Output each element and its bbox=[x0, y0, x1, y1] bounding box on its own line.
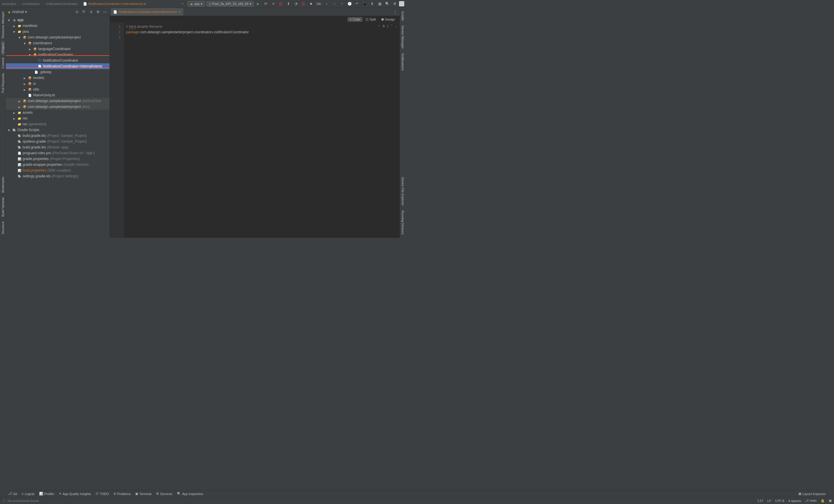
tree-assets[interactable]: ▸📁assets bbox=[6, 110, 109, 115]
git-pull-icon[interactable]: ↙ bbox=[324, 1, 330, 7]
project-tree[interactable]: ▾▣app ▸📁manifests ▾📁java ▾📦com.delasign.… bbox=[6, 16, 109, 238]
inspection-status[interactable]: ✓ ⚠ 1 ⌃ ⌄ bbox=[378, 24, 397, 28]
build-variants-tab[interactable]: Build Variants bbox=[1, 195, 5, 219]
tree-main-activity[interactable]: 📄MainActivity.kt bbox=[6, 92, 109, 98]
tree-utils[interactable]: ▸📦utils bbox=[6, 87, 109, 92]
device-manager-tab[interactable]: Device Manager bbox=[401, 23, 404, 51]
code-token: com.delasign.samplestarterproject.coordi… bbox=[139, 30, 249, 34]
code-editor[interactable]: 1 2 3 // ktlint-disable filename package… bbox=[110, 23, 400, 238]
bookmarks-tab[interactable]: Bookmarks bbox=[1, 175, 5, 195]
structure-tab[interactable]: Structure bbox=[1, 219, 5, 237]
tree-label: models bbox=[33, 76, 44, 80]
resource-manager-icon[interactable]: ▦ bbox=[376, 1, 383, 7]
package-icon: 📦 bbox=[23, 105, 27, 109]
tree-notif-class[interactable]: ⒸNotificationCoordinator bbox=[6, 58, 109, 63]
sdk-manager-icon[interactable]: ⬇ bbox=[369, 1, 375, 7]
device-file-explorer-tab[interactable]: Device File Explorer bbox=[401, 175, 404, 208]
tree-gradle-scripts[interactable]: ▾🐘Gradle Scripts bbox=[6, 127, 109, 133]
tree-label: spotless.gradle bbox=[23, 139, 46, 143]
folder-icon: 📁 bbox=[17, 116, 21, 120]
more-icon[interactable]: ⋮ bbox=[392, 9, 398, 16]
kotlin-file-icon: 📄 bbox=[83, 2, 87, 6]
line-number[interactable]: 3 bbox=[110, 35, 123, 41]
close-tab-icon[interactable]: × bbox=[179, 9, 181, 14]
apply-code-icon[interactable]: ≡ bbox=[270, 1, 277, 7]
running-devices-tab[interactable]: Running Devices bbox=[401, 208, 404, 237]
debug-button[interactable]: 🐞 bbox=[278, 1, 284, 7]
project-tab[interactable]: Project bbox=[1, 41, 5, 55]
sync-icon[interactable]: ↖ bbox=[180, 1, 186, 7]
line-number[interactable]: 2 bbox=[110, 29, 123, 35]
attach-debugger-icon[interactable]: 🐞 bbox=[300, 1, 307, 7]
breadcrumb-item[interactable]: rterproject bbox=[1, 2, 17, 5]
tree-app[interactable]: ▾▣app bbox=[6, 17, 109, 23]
tree-local-props[interactable]: 📊local.properties(SDK Location) bbox=[6, 167, 109, 173]
tree-pkg-atest[interactable]: ▸📦com.delasign.samplestarterproject(andr… bbox=[6, 98, 109, 104]
tree-res[interactable]: ▸📁res bbox=[6, 115, 109, 121]
tree-ui[interactable]: ▸📦ui bbox=[6, 81, 109, 87]
left-tool-gutter: Resource Manager Project Commit Pull Req… bbox=[0, 8, 6, 238]
tree-notif-intents[interactable]: 📄NotificationCoordinator+InternalIntents bbox=[6, 63, 109, 69]
tree-res-gen[interactable]: 📁res(generated) bbox=[6, 121, 109, 127]
tree-gitkeep[interactable]: 📄.gitkeep bbox=[6, 69, 109, 75]
settings-icon[interactable]: ⚙ bbox=[95, 9, 101, 15]
breadcrumb-item[interactable]: coordinators bbox=[22, 2, 41, 5]
device-dropdown[interactable]: ▯ Pixel_3a_API_33_x86_64 ▾ bbox=[206, 1, 254, 7]
view-split-button[interactable]: ◫Split bbox=[363, 17, 378, 22]
avd-manager-icon[interactable]: 📱 bbox=[361, 1, 368, 7]
package-icon: 📦 bbox=[23, 99, 27, 103]
select-opened-file-icon[interactable]: ⊙ bbox=[74, 9, 80, 15]
history-icon[interactable]: 🕐 bbox=[346, 1, 353, 7]
pull-requests-tab[interactable]: Pull Requests bbox=[1, 71, 5, 95]
tree-manifests[interactable]: ▸📁manifests bbox=[6, 23, 109, 29]
hide-icon[interactable]: — bbox=[102, 9, 108, 15]
git-push-icon[interactable]: ↗ bbox=[339, 1, 345, 7]
tree-build-app[interactable]: 🐘build.gradle.kts(Module :app) bbox=[6, 144, 109, 150]
chevron-right-icon: ▸ bbox=[24, 76, 27, 79]
tree-coordinators[interactable]: ▾📦coordinators bbox=[6, 40, 109, 46]
tree-models[interactable]: ▸📦models bbox=[6, 75, 109, 81]
gradle-tab[interactable]: Gradle bbox=[401, 9, 404, 23]
avatar-icon[interactable] bbox=[399, 1, 404, 6]
collapse-all-icon[interactable]: ⇲ bbox=[88, 9, 94, 15]
git-commit-icon[interactable]: ✓ bbox=[331, 1, 338, 7]
editor-tab[interactable]: 📄 NotificationCoordinator+InternalIntent… bbox=[111, 8, 183, 16]
tree-label: com.delasign.samplestarterproject bbox=[28, 105, 81, 109]
breadcrumb-file[interactable]: 📄 NotificationCoordinator+InternalIntent… bbox=[83, 2, 146, 6]
expand-all-icon[interactable]: ⇱ bbox=[81, 9, 87, 15]
tree-settings[interactable]: 🐘settings.gradle.kts(Project Settings) bbox=[6, 173, 109, 179]
settings-icon[interactable]: ⚙ bbox=[392, 1, 398, 7]
resource-manager-tab[interactable]: Resource Manager bbox=[1, 9, 5, 41]
coverage-icon[interactable]: ⬆ bbox=[285, 1, 292, 7]
run-config-dropdown[interactable]: ▲ app ▾ bbox=[188, 1, 205, 7]
apply-changes-icon[interactable]: ⟳ bbox=[263, 1, 269, 7]
view-design-button[interactable]: ▣Design bbox=[379, 17, 397, 22]
commit-tab[interactable]: Commit bbox=[1, 55, 5, 71]
stop-button[interactable]: ■ bbox=[308, 1, 314, 7]
chevron-down-icon[interactable]: ⌄ bbox=[395, 24, 397, 28]
line-number[interactable]: 1 bbox=[110, 24, 123, 29]
tree-pkg-test[interactable]: ▸📦com.delasign.samplestarterproject(test… bbox=[6, 104, 109, 110]
tree-pkg-main[interactable]: ▾📦com.delasign.samplestarterproject bbox=[6, 35, 109, 40]
tree-proguard[interactable]: 📄proguard-rules.pro(ProGuard Rules for "… bbox=[6, 150, 109, 156]
profile-icon[interactable]: ◔ bbox=[293, 1, 299, 7]
view-code-button[interactable]: ≡Code bbox=[348, 17, 363, 22]
code-text[interactable]: // ktlint-disable filename package com.d… bbox=[124, 23, 400, 238]
tree-language-coord[interactable]: ▸📦languageCoordinator bbox=[6, 46, 109, 52]
tree-gradle-props[interactable]: 📊gradle.properties(Project Properties) bbox=[6, 156, 109, 162]
breadcrumb-item[interactable]: notificationCoordinator bbox=[45, 2, 78, 5]
tree-label: utils bbox=[33, 87, 39, 91]
tree-java[interactable]: ▾📁java bbox=[6, 29, 109, 35]
chevron-up-icon[interactable]: ⌃ bbox=[390, 24, 393, 28]
module-icon: ▣ bbox=[12, 18, 16, 22]
tree-spotless[interactable]: 🐘spotless.gradle(Project: Sample_Project… bbox=[6, 139, 109, 144]
notifications-tab[interactable]: Notifications bbox=[401, 51, 404, 73]
tree-hint: (androidTest bbox=[82, 99, 101, 103]
search-icon[interactable]: 🔍 bbox=[384, 1, 390, 7]
tree-wrapper-props[interactable]: 📊gradle-wrapper.properties(Gradle Versio… bbox=[6, 162, 109, 167]
tree-build-project[interactable]: 🐘build.gradle.kts(Project: Sample_Projec… bbox=[6, 133, 109, 139]
panel-title[interactable]: ▲ Android ▾ bbox=[7, 10, 27, 14]
undo-icon[interactable]: ↶ bbox=[354, 1, 360, 7]
tree-notif-coord[interactable]: ▾📦notificationCoordinator bbox=[6, 52, 109, 58]
run-button[interactable]: ▶ bbox=[255, 1, 262, 7]
